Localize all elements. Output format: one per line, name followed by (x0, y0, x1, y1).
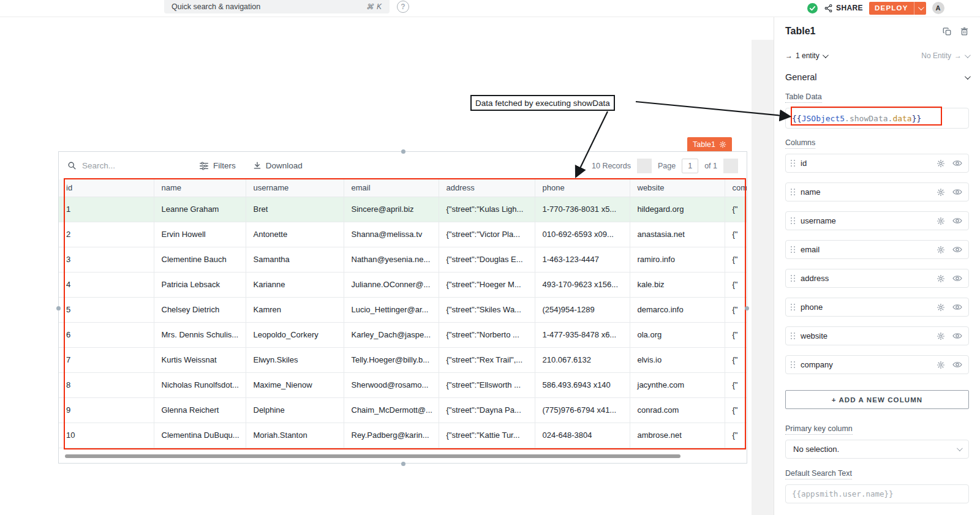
resize-handle-bottom[interactable] (401, 462, 405, 466)
resize-handle-right[interactable] (745, 306, 749, 310)
deploy-label: DEPLOY (869, 4, 914, 12)
drag-handle-icon[interactable] (791, 246, 795, 253)
column-header-email[interactable]: email (344, 179, 439, 197)
share-button[interactable]: SHARE (824, 4, 863, 13)
table-cell-email: Rey.Padberg@karin... (344, 423, 439, 448)
panel-column-label: address (801, 274, 937, 283)
widget-name-label: Table1 (693, 140, 715, 149)
column-header-id[interactable]: id (59, 179, 154, 197)
table-row[interactable]: 1Leanne GrahamBretSincere@april.biz{"str… (59, 197, 747, 222)
filters-button[interactable]: Filters (199, 161, 236, 170)
deploy-options-chevron[interactable] (914, 2, 926, 15)
table-search-input[interactable]: Search... (67, 161, 199, 170)
table-cell-id: 4 (59, 272, 154, 297)
panel-column-item-company[interactable]: company (785, 355, 969, 374)
eye-icon[interactable] (952, 274, 962, 282)
add-column-button[interactable]: + ADD A NEW COLUMN (785, 390, 969, 409)
horizontal-scrollbar[interactable] (65, 454, 680, 458)
table-widget[interactable]: Search... Filters Download 10 Reco (58, 151, 747, 464)
panel-column-item-website[interactable]: website (785, 326, 969, 345)
column-header-address[interactable]: address (439, 179, 535, 197)
resize-handle-top[interactable] (401, 149, 405, 154)
table-cell-website: kale.biz (630, 272, 725, 297)
deploy-button[interactable]: DEPLOY (869, 2, 926, 15)
table-row[interactable]: 9Glenna ReichertDelphineChaim_McDermott@… (59, 397, 747, 423)
panel-column-label: company (801, 360, 937, 369)
column-header-website[interactable]: website (630, 179, 725, 197)
widget-settings-gear-icon[interactable] (719, 141, 726, 148)
help-icon[interactable]: ? (397, 1, 409, 13)
copy-widget-icon[interactable] (943, 27, 952, 36)
delete-widget-icon[interactable] (960, 27, 969, 36)
panel-column-item-id[interactable]: id (785, 154, 969, 173)
drag-handle-icon[interactable] (791, 189, 795, 195)
panel-column-item-phone[interactable]: phone (785, 298, 969, 317)
widget-name-tag[interactable]: Table1 (687, 137, 732, 151)
eye-icon[interactable] (952, 188, 962, 196)
eye-icon[interactable] (952, 361, 962, 369)
chevron-down-icon (965, 52, 971, 58)
eye-icon[interactable] (952, 246, 962, 254)
table-cell-phone: (254)954-1289 (535, 297, 630, 322)
table-row[interactable]: 3Clementine BauchSamanthaNathan@yesenia.… (59, 247, 747, 272)
gear-icon[interactable] (937, 361, 945, 369)
chevron-down-icon (957, 445, 963, 451)
eye-icon[interactable] (952, 217, 962, 225)
table-cell-name: Leanne Graham (154, 197, 246, 222)
table-cell-name: Kurtis Weissnat (154, 347, 246, 372)
quick-search-input[interactable]: Quick search & navigation ⌘ K (164, 0, 390, 13)
table-row[interactable]: 5Chelsey DietrichKamrenLucio_Hettinger@a… (59, 297, 747, 322)
table-row[interactable]: 6Mrs. Dennis Schulis...Leopoldo_CorkeryK… (59, 322, 747, 347)
eye-icon[interactable] (952, 332, 962, 340)
drag-handle-icon[interactable] (791, 160, 795, 167)
gear-icon[interactable] (937, 332, 945, 340)
next-page-button[interactable] (723, 159, 738, 173)
column-header-name[interactable]: name (154, 179, 246, 197)
table-cell-website: hildegard.org (630, 197, 725, 222)
table-cell-id: 1 (59, 197, 154, 222)
general-section-toggle[interactable]: General (785, 72, 969, 82)
download-button[interactable]: Download (253, 161, 303, 170)
drag-handle-icon[interactable] (791, 361, 795, 368)
drag-handle-icon[interactable] (791, 217, 795, 224)
column-header-company[interactable]: company (725, 179, 747, 197)
table-cell-id: 7 (59, 347, 154, 372)
column-header-username[interactable]: username (246, 179, 344, 197)
eye-icon[interactable] (952, 303, 962, 311)
eye-icon[interactable] (952, 159, 962, 167)
table-row[interactable]: 4Patricia LebsackKarianneJulianne.OConne… (59, 272, 747, 297)
incoming-entities-dropdown[interactable]: → 1 entity (785, 51, 827, 60)
gear-icon[interactable] (937, 246, 945, 254)
gear-icon[interactable] (937, 217, 945, 225)
filters-icon (199, 162, 209, 170)
table-row[interactable]: 7Kurtis WeissnatElwyn.SkilesTelly.Hoeger… (59, 347, 747, 372)
drag-handle-icon[interactable] (791, 304, 795, 310)
table-row[interactable]: 8Nicholas Runolfsdot...Maxime_NienowSher… (59, 372, 747, 397)
drag-handle-icon[interactable] (791, 333, 795, 339)
status-check-icon (807, 3, 818, 13)
outgoing-entities-dropdown[interactable]: No Entity → (921, 51, 969, 60)
download-icon (253, 161, 262, 170)
page-number-input[interactable] (682, 159, 698, 173)
table-data-input[interactable]: {{JSObject5.showData.data}} (785, 108, 969, 129)
prev-page-button[interactable] (637, 159, 652, 173)
gear-icon[interactable] (937, 159, 945, 168)
avatar[interactable]: A (932, 2, 944, 14)
panel-column-item-address[interactable]: address (785, 269, 969, 288)
resize-handle-left[interactable] (56, 306, 61, 310)
gear-icon[interactable] (937, 274, 945, 283)
table-row[interactable]: 10Clementina DuBuqu...Moriah.StantonRey.… (59, 423, 747, 448)
panel-column-item-email[interactable]: email (785, 240, 969, 259)
gear-icon[interactable] (937, 188, 945, 197)
table-cell-phone: 586.493.6943 x140 (535, 372, 630, 397)
drag-handle-icon[interactable] (791, 275, 795, 282)
general-section-label: General (785, 72, 817, 82)
primary-key-select[interactable]: No selection. (785, 440, 969, 459)
panel-column-item-name[interactable]: name (785, 182, 969, 201)
column-header-phone[interactable]: phone (535, 179, 630, 197)
table-cell-website: ambrose.net (630, 423, 725, 448)
gear-icon[interactable] (937, 303, 945, 312)
panel-column-item-username[interactable]: username (785, 211, 969, 230)
default-search-input[interactable]: {{appsmith.user.name}} (785, 484, 969, 503)
table-row[interactable]: 2Ervin HowellAntonetteShanna@melissa.tv{… (59, 222, 747, 247)
